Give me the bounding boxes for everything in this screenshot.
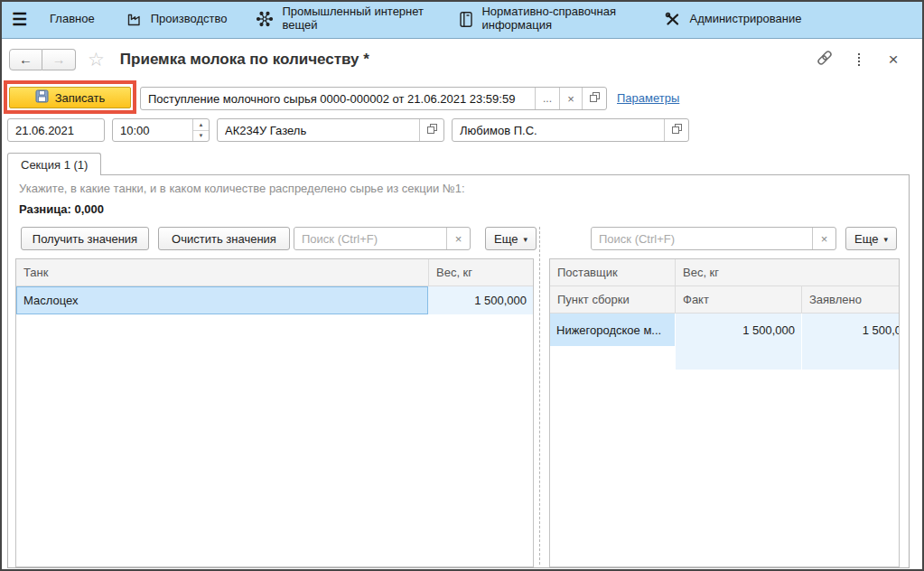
open-vehicle-button[interactable] <box>419 119 443 141</box>
clear-x-icon: × <box>455 232 462 246</box>
get-values-button[interactable]: Получить значения <box>21 227 149 250</box>
open-in-window-icon <box>671 123 683 137</box>
table-row[interactable]: Нижегородское м... 1 500,000 1 500,0 <box>550 314 899 346</box>
app-window: ☰ Главное Производство <box>0 0 924 571</box>
vehicle-input[interactable] <box>218 119 419 141</box>
empty-cell <box>550 346 675 370</box>
document-reference-field: ... × <box>140 87 607 110</box>
chain-link-icon <box>815 48 835 70</box>
column-header-weight[interactable]: Вес, кг <box>428 259 533 286</box>
driver-input[interactable] <box>453 119 664 141</box>
menu-item-reference-info[interactable]: Нормативно-справочная информация <box>459 5 642 33</box>
table-row[interactable]: Маслоцех 1 500,000 <box>16 286 533 314</box>
section-hint-text: Укажите, в какие танки, и в каком количе… <box>19 182 465 195</box>
more-label: Еще <box>854 232 878 246</box>
section-panel: Укажите, в какие танки, и в каком количе… <box>7 174 910 568</box>
clear-x-icon: × <box>821 232 828 246</box>
left-search-clear-button[interactable]: × <box>446 228 470 249</box>
top-menubar: ☰ Главное Производство <box>0 0 924 39</box>
supplier-name-cell: Нижегородское м... <box>550 314 675 346</box>
column-header-weight[interactable]: Вес, кг <box>675 259 899 286</box>
hamburger-menu-button[interactable]: ☰ <box>12 11 27 28</box>
titlebar-actions: × <box>814 49 904 70</box>
time-spinner: ▲ ▼ <box>192 119 209 141</box>
tab-label: Секция 1 (1) <box>21 158 88 172</box>
more-menu-button[interactable] <box>848 49 870 70</box>
book-icon <box>459 11 473 28</box>
chevron-down-icon: ▾ <box>523 235 527 244</box>
clear-field-button[interactable]: × <box>559 88 582 109</box>
left-search-input[interactable] <box>294 228 446 249</box>
left-search-field: × <box>294 227 471 250</box>
menu-item-main[interactable]: Главное <box>50 13 95 26</box>
declared-weight-cell: 1 500,0 <box>801 314 899 346</box>
fact-weight-cell: 1 500,000 <box>675 314 801 346</box>
panel-splitter[interactable] <box>539 227 540 565</box>
get-link-button[interactable] <box>814 49 835 70</box>
menu-item-iot[interactable]: Промышленный интернет вещей <box>256 5 426 33</box>
close-form-button[interactable]: × <box>882 49 904 70</box>
tab-section-1[interactable]: Секция 1 (1) <box>7 153 101 175</box>
driver-field <box>452 118 689 142</box>
declared-weight-value: 1 500,0 <box>863 323 899 337</box>
history-nav-group: ← → <box>9 49 76 70</box>
choose-button[interactable]: ... <box>535 88 559 109</box>
left-more-button[interactable]: Еще ▾ <box>485 227 537 250</box>
right-more-button[interactable]: Еще ▾ <box>845 227 897 250</box>
column-header-supplier[interactable]: Поставщик <box>550 259 675 286</box>
parameters-link[interactable]: Параметры <box>617 91 679 105</box>
vertical-dots-icon <box>858 53 860 66</box>
vehicle-field <box>217 118 444 142</box>
difference-line: Разница: 0,000 <box>19 202 104 216</box>
spin-up-icon: ▲ <box>199 122 204 127</box>
empty-cell <box>675 346 801 370</box>
spinner-up-button[interactable]: ▲ <box>193 119 209 131</box>
column-header-fact[interactable]: Факт <box>675 286 801 313</box>
favorites-star-icon[interactable]: ☆ <box>88 50 105 69</box>
ellipsis-icon: ... <box>543 92 552 105</box>
suppliers-table: Поставщик Вес, кг Пункт сборки Факт Заяв… <box>549 258 900 567</box>
right-search-field: × <box>591 227 836 250</box>
right-search-clear-button[interactable]: × <box>812 228 835 249</box>
back-button[interactable]: ← <box>9 49 42 70</box>
back-arrow-icon: ← <box>19 51 33 67</box>
save-button[interactable]: Записать <box>9 87 131 108</box>
chevron-down-icon: ▾ <box>883 235 888 244</box>
page-title: Приемка молока по количеству * <box>120 51 369 69</box>
more-label: Еще <box>494 232 518 246</box>
difference-label: Разница: <box>19 202 71 216</box>
forward-button[interactable]: → <box>42 49 76 70</box>
suppliers-table-header-sub: Пункт сборки Факт Заявлено <box>550 286 899 314</box>
time-input[interactable] <box>113 119 192 141</box>
form-titlebar: ← → ☆ Приемка молока по количеству * <box>0 39 924 80</box>
empty-cell <box>801 346 899 370</box>
suppliers-table-header-top: Поставщик Вес, кг <box>550 259 899 286</box>
document-reference-input[interactable] <box>141 88 535 109</box>
menu-item-label: Промышленный интернет вещей <box>282 5 426 33</box>
open-in-window-icon <box>589 91 601 106</box>
column-header-collection-point[interactable]: Пункт сборки <box>550 286 675 313</box>
clear-values-button[interactable]: Очистить значения <box>158 227 290 250</box>
clear-x-icon: × <box>567 92 574 106</box>
tanks-table-header: Танк Вес, кг <box>16 259 533 286</box>
iot-network-icon <box>256 10 274 28</box>
open-document-button[interactable] <box>582 88 606 109</box>
close-icon: × <box>888 51 898 68</box>
right-search-input[interactable] <box>592 228 812 249</box>
time-field: ▲ ▼ <box>112 118 210 142</box>
spin-down-icon: ▼ <box>199 133 204 138</box>
menu-item-label: Администрирование <box>689 13 801 26</box>
factory-icon <box>126 11 143 27</box>
menu-item-label: Производство <box>151 13 228 26</box>
table-row-extension[interactable] <box>550 346 899 370</box>
get-values-label: Получить значения <box>33 232 137 246</box>
column-header-declared[interactable]: Заявлено <box>801 286 899 313</box>
date-input[interactable] <box>8 119 104 141</box>
menu-item-label: Главное <box>50 13 95 26</box>
menu-item-administration[interactable]: Администрирование <box>664 12 801 27</box>
tools-icon <box>664 12 681 27</box>
spinner-down-button[interactable]: ▼ <box>193 131 209 142</box>
column-header-tank[interactable]: Танк <box>16 259 428 286</box>
open-driver-button[interactable] <box>664 119 688 141</box>
menu-item-production[interactable]: Производство <box>126 11 228 27</box>
